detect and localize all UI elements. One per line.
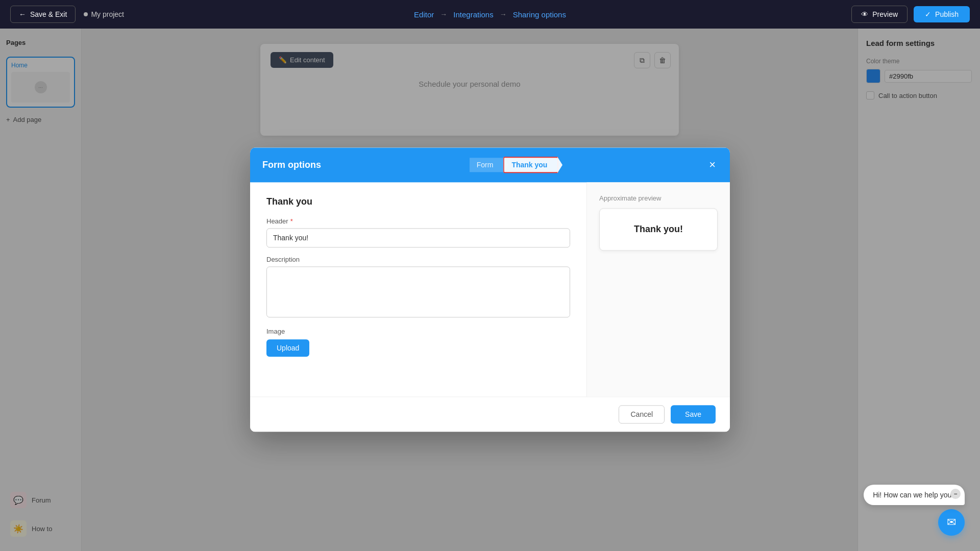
form-options-modal: Form options Form Thank you × Thank you … (250, 147, 730, 432)
preview-label: Preview (872, 10, 898, 18)
modal-body: Thank you Header * Description Image Upl… (250, 182, 730, 396)
navbar-right: 👁 Preview ✓ Publish (851, 6, 970, 23)
eye-icon: 👁 (861, 10, 868, 18)
tab-thank-you[interactable]: Thank you (503, 157, 558, 173)
header-input[interactable] (266, 228, 570, 247)
preview-label: Approximate preview (599, 194, 718, 202)
modal-footer: Cancel Save (250, 396, 730, 432)
arrow-left-icon: ← (19, 10, 26, 18)
chat-bubble: Hi! How can we help you? (864, 485, 965, 505)
header-field-label: Header * (266, 217, 570, 225)
check-icon: ✓ (925, 10, 931, 18)
tab-form[interactable]: Form (470, 158, 504, 172)
chat-minimize-button[interactable]: − (950, 489, 961, 499)
modal-preview-section: Approximate preview Thank you! (587, 182, 730, 396)
modal-close-button[interactable]: × (707, 157, 718, 172)
preview-button[interactable]: 👁 Preview (851, 6, 908, 23)
step-editor[interactable]: Editor (414, 10, 434, 19)
step-sharing[interactable]: Sharing options (513, 10, 566, 19)
chat-open-button[interactable]: ✉ (938, 509, 965, 536)
status-dot (84, 12, 88, 16)
chat-bubble-text: Hi! How can we help you? (873, 491, 955, 499)
modal-form-section: Thank you Header * Description Image Upl… (250, 182, 587, 396)
chat-widget: Hi! How can we help you? − ✉ (864, 485, 965, 536)
form-section-title: Thank you (266, 196, 570, 207)
upload-button[interactable]: Upload (266, 339, 309, 357)
image-label: Image (266, 328, 570, 335)
navbar-left: ← Save & Exit My project (10, 6, 124, 23)
header-required-star: * (290, 217, 293, 225)
save-exit-button[interactable]: ← Save & Exit (10, 6, 76, 23)
modal-tabs: Form Thank you (470, 157, 559, 173)
navbar: ← Save & Exit My project Editor → Integr… (0, 0, 980, 29)
step-arrow-1: → (440, 10, 447, 18)
publish-button[interactable]: ✓ Publish (914, 6, 970, 22)
description-textarea[interactable] (266, 266, 570, 317)
description-field-label: Description (266, 256, 570, 263)
description-label-text: Description (266, 256, 300, 263)
publish-label: Publish (935, 10, 959, 18)
project-name: My project (84, 10, 124, 18)
modal-title: Form options (262, 160, 321, 170)
preview-text: Thank you! (610, 224, 707, 235)
preview-box: Thank you! (599, 208, 718, 251)
chat-messenger-icon: ✉ (947, 516, 956, 529)
modal-header: Form options Form Thank you × (250, 147, 730, 182)
chat-bubble-container: Hi! How can we help you? − (864, 485, 965, 505)
tab-thank-you-label: Thank you (511, 161, 547, 169)
save-button[interactable]: Save (671, 405, 716, 423)
step-integrations[interactable]: Integrations (453, 10, 493, 19)
save-exit-label: Save & Exit (30, 10, 67, 18)
header-label-text: Header (266, 217, 288, 225)
step-arrow-2: → (500, 10, 507, 18)
cancel-button[interactable]: Cancel (619, 405, 665, 423)
navbar-steps: Editor → Integrations → Sharing options (414, 10, 566, 19)
project-name-text: My project (91, 10, 124, 18)
tab-form-label: Form (477, 161, 494, 169)
